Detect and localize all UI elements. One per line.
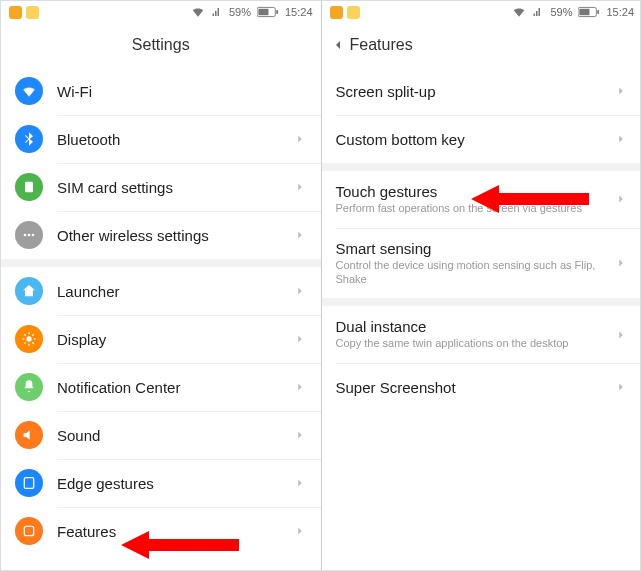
row-bluetooth[interactable]: Bluetooth (1, 115, 321, 163)
row-label: Custom bottom key (336, 131, 615, 148)
row-label: Smart sensing (336, 240, 615, 257)
svg-rect-1 (258, 9, 268, 15)
svg-line-13 (32, 342, 33, 343)
sun-icon (15, 325, 43, 353)
chevron-right-icon (293, 524, 307, 538)
svg-point-5 (28, 234, 31, 237)
sim-icon (15, 173, 43, 201)
svg-point-4 (24, 234, 27, 237)
row-label: SIM card settings (57, 179, 293, 196)
row-display[interactable]: Display (1, 315, 321, 363)
row-edge-gestures[interactable]: Edge gestures (1, 459, 321, 507)
svg-rect-2 (276, 10, 278, 14)
row-touch-gestures[interactable]: Touch gestures Perform fast operations o… (322, 171, 642, 228)
chevron-right-icon (614, 192, 628, 206)
row-label: Dual instance (336, 318, 615, 335)
row-smart-sensing[interactable]: Smart sensing Control the device using m… (322, 228, 642, 299)
header-features: Features (322, 23, 642, 67)
wifi-icon (15, 77, 43, 105)
svg-line-12 (24, 334, 25, 335)
wifi-icon (191, 5, 205, 19)
row-wifi[interactable]: Wi-Fi (1, 67, 321, 115)
battery-text: 59% (550, 6, 572, 18)
row-sim[interactable]: SIM card settings (1, 163, 321, 211)
row-screen-split[interactable]: Screen split-up (322, 67, 642, 115)
row-label: Screen split-up (336, 83, 615, 100)
phone-dual-screenshot: M BIG AN 59% 15:24 Settings (0, 0, 641, 571)
screen-settings: 59% 15:24 Settings Wi-Fi Bluetooth SIM c… (1, 1, 322, 570)
chevron-right-icon (293, 180, 307, 194)
wifi-icon (512, 5, 526, 19)
section-gap (322, 163, 642, 171)
status-app-icon (26, 6, 39, 19)
row-custom-bottom-key[interactable]: Custom bottom key (322, 115, 642, 163)
row-label: Features (57, 523, 293, 540)
row-super-screenshot[interactable]: Super Screenshot (322, 363, 642, 411)
chevron-right-icon (293, 284, 307, 298)
status-app-icon (330, 6, 343, 19)
row-label: Bluetooth (57, 131, 293, 148)
clock-text: 15:24 (285, 6, 313, 18)
row-subtitle: Control the device using motion sensing … (336, 259, 615, 287)
chevron-right-icon (293, 132, 307, 146)
chevron-right-icon (614, 84, 628, 98)
header-settings: Settings (1, 23, 321, 67)
section-gap (1, 259, 321, 267)
chevron-right-icon (614, 256, 628, 270)
svg-rect-20 (598, 10, 600, 14)
home-icon (15, 277, 43, 305)
svg-rect-19 (580, 9, 590, 15)
chevron-right-icon (293, 332, 307, 346)
section-gap (322, 298, 642, 306)
row-label: Super Screenshot (336, 379, 615, 396)
row-label: Edge gestures (57, 475, 293, 492)
chevron-left-icon (330, 37, 346, 53)
status-app-icon (9, 6, 22, 19)
row-subtitle: Copy the same twin applications on the d… (336, 337, 615, 351)
row-label: Notification Center (57, 379, 293, 396)
row-dual-instance[interactable]: Dual instance Copy the same twin applica… (322, 306, 642, 363)
signal-icon (532, 6, 544, 18)
row-features[interactable]: Features (1, 507, 321, 555)
chevron-right-icon (293, 228, 307, 242)
edge-icon (15, 469, 43, 497)
svg-line-15 (32, 334, 33, 335)
row-sound[interactable]: Sound (1, 411, 321, 459)
page-title: Settings (132, 36, 190, 54)
status-app-icon (347, 6, 360, 19)
svg-rect-3 (25, 182, 33, 193)
chevron-right-icon (293, 476, 307, 490)
chevron-right-icon (614, 380, 628, 394)
battery-text: 59% (229, 6, 251, 18)
clock-text: 15:24 (606, 6, 634, 18)
row-label: Touch gestures (336, 183, 615, 200)
svg-line-14 (24, 342, 25, 343)
row-launcher[interactable]: Launcher (1, 267, 321, 315)
chevron-right-icon (614, 328, 628, 342)
bell-icon (15, 373, 43, 401)
chevron-right-icon (614, 132, 628, 146)
chevron-right-icon (293, 428, 307, 442)
more-icon (15, 221, 43, 249)
row-other-wireless[interactable]: Other wireless settings (1, 211, 321, 259)
svg-rect-16 (24, 478, 33, 489)
back-button[interactable]: Features (330, 23, 413, 66)
row-label: Other wireless settings (57, 227, 293, 244)
svg-rect-17 (24, 526, 33, 535)
status-bar: 59% 15:24 (1, 1, 321, 23)
battery-icon (578, 6, 600, 18)
battery-icon (257, 6, 279, 18)
row-label: Display (57, 331, 293, 348)
features-icon (15, 517, 43, 545)
page-title: Features (350, 36, 413, 54)
screen-features: 59% 15:24 Features Screen split-up Custo… (322, 1, 642, 570)
row-label: Sound (57, 427, 293, 444)
chevron-right-icon (293, 380, 307, 394)
svg-point-7 (26, 336, 31, 341)
row-subtitle: Perform fast operations on the screen vi… (336, 202, 615, 216)
row-label: Wi-Fi (57, 83, 307, 100)
row-notification-center[interactable]: Notification Center (1, 363, 321, 411)
status-bar: 59% 15:24 (322, 1, 642, 23)
svg-point-6 (32, 234, 35, 237)
bluetooth-icon (15, 125, 43, 153)
